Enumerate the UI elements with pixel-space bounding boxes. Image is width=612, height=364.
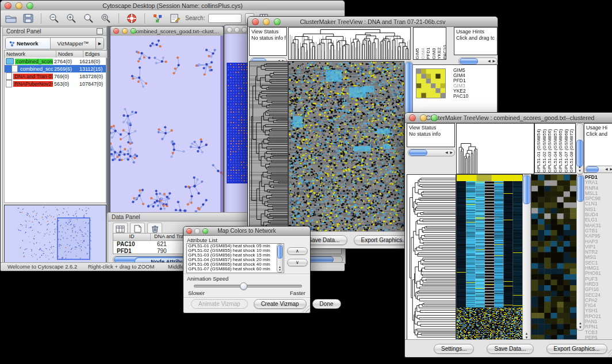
tab-network[interactable]: Network <box>6 38 51 49</box>
treeview-button[interactable]: Export Graphics... <box>546 344 607 354</box>
treeview-combined-titlebar[interactable]: ClusterMaker TreeView : combined_scores_… <box>405 113 612 123</box>
network-canvas[interactable] <box>110 36 223 215</box>
network-name: RNAPuberNov2+! <box>13 81 53 87</box>
array-label: GPL51-08 (GSM872) <box>569 124 575 173</box>
network-nodes: 2764(0) <box>53 59 78 64</box>
move-up-button[interactable]: ∧ <box>287 247 308 255</box>
network-name: combined_scores <box>15 59 53 64</box>
zoom-fit-icon[interactable] <box>82 13 95 24</box>
zoom-window-icon[interactable] <box>274 18 281 25</box>
attribute-list-label: Attribute List <box>187 237 217 243</box>
network-list: combined_scores 2764(0) 16218(0) combine… <box>4 58 106 203</box>
annotation-icon[interactable] <box>168 13 182 24</box>
animation-speed-slider[interactable] <box>194 285 302 288</box>
vizmap-node-icon[interactable] <box>151 13 165 24</box>
open-file-icon[interactable] <box>4 13 18 24</box>
zoom-selected-icon[interactable] <box>99 13 113 24</box>
dialog-button[interactable]: Create Vizmap <box>254 299 307 309</box>
gene-label[interactable]: PAC10 <box>453 94 494 99</box>
move-down-button[interactable]: ∨ <box>287 259 308 266</box>
close-icon[interactable] <box>5 2 12 9</box>
array-label: GPL51-03 (GSM856) <box>547 124 553 173</box>
tab-vizmapper[interactable]: VizMapper™ <box>51 38 95 49</box>
minimize-icon[interactable] <box>420 114 427 121</box>
close-icon[interactable] <box>186 228 192 234</box>
array-label: GIM3 <box>431 28 437 59</box>
main-window-title: Cytoscape Desktop (Session Name: collins… <box>1 2 345 9</box>
main-titlebar[interactable]: Cytoscape Desktop (Session Name: collins… <box>1 1 345 11</box>
treeview-dna-titlebar[interactable]: ClusterMaker TreeView : DNA and Tran 07-… <box>248 17 498 27</box>
attribute-listbox[interactable]: GPL51-01 (GSM854) heat shock 05 minGPL51… <box>186 243 284 273</box>
zoom-window-icon[interactable] <box>202 228 208 234</box>
close-icon[interactable] <box>252 18 259 25</box>
zoom-window-icon[interactable] <box>131 28 136 34</box>
dialog-titlebar[interactable]: Map Colors to Network <box>183 227 310 236</box>
birds-eye-view[interactable] <box>4 205 106 263</box>
array-label: PAC10 <box>442 28 446 59</box>
save-icon[interactable] <box>21 13 35 24</box>
view-status-title: View Status <box>251 29 278 35</box>
array-label: GPL51-01 (GSM854) <box>536 124 542 173</box>
animation-speed-label: Animation Speed <box>187 275 228 282</box>
zoom-in-icon[interactable] <box>64 13 78 24</box>
minimize-icon[interactable] <box>16 2 22 9</box>
close-icon[interactable] <box>227 27 232 33</box>
attr-col-id[interactable]: ID <box>113 233 151 240</box>
minimize-icon[interactable] <box>194 228 200 234</box>
zoom-heatmap[interactable] <box>531 174 577 341</box>
slider-thumb[interactable] <box>240 282 247 290</box>
network-name: combined_sco <box>19 66 53 72</box>
view-status-panel: View Status No status info f <box>249 27 287 56</box>
help-lifering-icon[interactable] <box>125 13 139 24</box>
float-panel-icon[interactable] <box>97 28 103 35</box>
usage-hints-text: Click and drag tc <box>456 35 495 41</box>
network-window-scroll-edge[interactable] <box>220 36 223 215</box>
array-dendrogram[interactable] <box>456 123 534 174</box>
view-status-panel: View Status No status info <box>407 123 455 147</box>
minimize-icon[interactable] <box>263 18 270 25</box>
network-row-combined-scores[interactable]: combined_scores 2764(0) 16218(0) <box>5 58 106 65</box>
zoom-heatmap-matrix[interactable] <box>416 68 446 98</box>
network-row-combined-sco-selected[interactable]: combined_sco 2569(6) 13112(15) <box>5 65 106 72</box>
zoom-out-icon[interactable] <box>47 13 61 24</box>
network-window-1-titlebar[interactable]: combined_scores_good.txt--cluste... <box>110 26 223 36</box>
array-label: YKE2 <box>437 28 442 59</box>
network-canvas-grid[interactable] <box>224 34 250 214</box>
dialog-button[interactable]: Done <box>312 299 341 309</box>
network-window-2-titlebar[interactable] <box>224 25 250 35</box>
resize-grip[interactable] <box>608 350 612 357</box>
view-status-scrollbar[interactable]: ◀ ▶ <box>408 149 455 156</box>
usage-hints-scrollbar[interactable]: ◀ ▶ <box>585 166 612 173</box>
attribute-list-vscrollbar[interactable]: ▲▼ <box>277 244 283 273</box>
close-icon[interactable] <box>113 28 119 34</box>
minimize-icon[interactable] <box>234 27 240 33</box>
zoom-window-icon[interactable] <box>242 27 247 33</box>
zoom-window-icon[interactable] <box>26 2 33 9</box>
dialog-buttonbar: Animate VizmapCreate VizmapDone <box>183 299 310 311</box>
resize-grip[interactable] <box>303 305 309 312</box>
array-label: PFD1 <box>426 28 431 59</box>
gene-dendrogram[interactable] <box>407 174 456 341</box>
heatmap-vscrollbar[interactable]: ▲▼ <box>522 174 531 341</box>
treeview-button[interactable]: Settings... <box>434 344 474 354</box>
close-icon[interactable] <box>409 114 416 121</box>
minimize-icon[interactable] <box>122 28 128 34</box>
zoom-vscrollbar[interactable]: ▲▼ <box>576 174 584 331</box>
dialog-button[interactable]: Animate Vizmap <box>191 299 248 309</box>
search-input[interactable] <box>208 14 242 23</box>
network-row-dna-tran[interactable]: DNA and Tran 07 769(0) 183728(0) <box>5 72 106 80</box>
gene-dendrogram[interactable] <box>249 61 288 232</box>
tab-overflow-button[interactable]: ▶ <box>96 38 104 49</box>
gene-label-list: PFD1YRA1RNR4MSL1SPC98CLN1NIS1BUD4ELG1MAK… <box>585 175 612 342</box>
zoom-window-icon[interactable] <box>431 114 438 121</box>
array-labels-vscrollbar[interactable]: ▲▼ <box>576 123 584 174</box>
global-heatmap[interactable] <box>456 174 523 341</box>
data-panel-title: Data Panel <box>112 214 140 220</box>
network-row-rnapuber[interactable]: RNAPuberNov2+! 563(0) 107847(0) <box>5 80 106 87</box>
attribute-item[interactable]: GPL51-07 (GSM868) heat shock 60 min <box>187 267 284 271</box>
global-heatmap[interactable] <box>288 61 404 232</box>
treeview-button[interactable]: Save Data... <box>487 344 533 354</box>
array-dendrogram[interactable] <box>288 27 411 60</box>
array-label: GPL51-06 (GSM865) <box>558 124 564 173</box>
folder-icon <box>6 58 14 64</box>
